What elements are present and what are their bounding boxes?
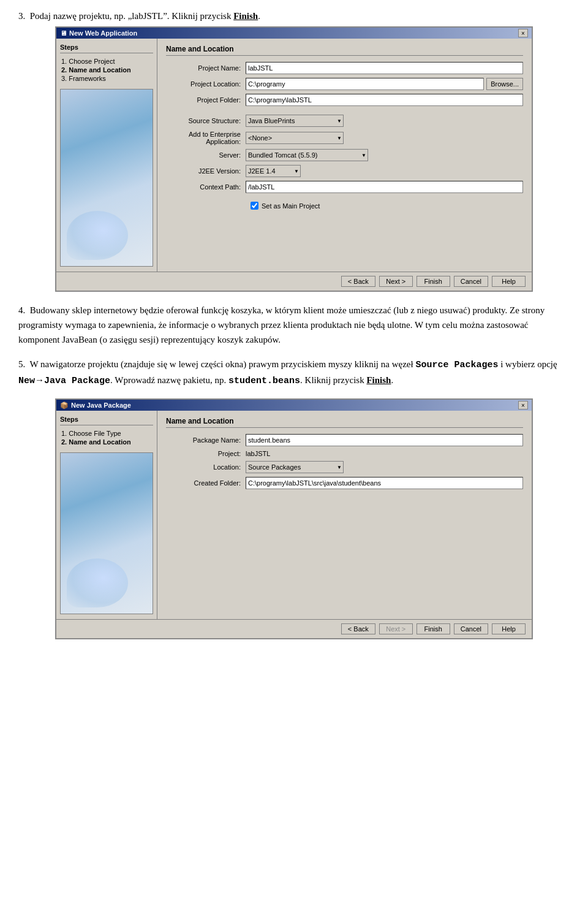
finish-button-2[interactable]: Finish [417, 623, 450, 634]
source-structure-dropdown[interactable]: Java BluePrints [246, 115, 344, 127]
dialog1-titlebar-left: 🖥 New Web Application [60, 29, 137, 37]
dialog2-step-item-2: 2. Name and Location [60, 438, 153, 446]
dialog1-title: New Web Application [69, 29, 137, 37]
dialog1-footer: < Back Next > Finish Cancel Help [56, 272, 532, 291]
enterprise-app-select[interactable]: <None> [246, 132, 344, 144]
package-name-input[interactable] [246, 434, 523, 446]
step-num-2: 2. [61, 66, 67, 74]
back-button-1[interactable]: < Back [341, 276, 375, 287]
step-label-1: Choose Project [69, 58, 115, 65]
dialog2-close-button[interactable]: × [518, 401, 528, 409]
d2-step-num-1: 1. [61, 430, 67, 437]
context-path-input[interactable] [246, 181, 523, 193]
page-content: 3. Podaj nazwę projektu, np. „labJSTL”. … [0, 0, 588, 663]
step5-finish-btn: Finish [366, 375, 391, 385]
dialog2-titlebar: 📦 New Java Package × [56, 400, 532, 411]
dialog2-step-item-1: 1. Choose File Type [60, 429, 153, 438]
step-item-3: 3. Frameworks [60, 74, 153, 83]
enterprise-app-row: Add to Enterprise Application: <None> [166, 131, 523, 145]
dialog1-close-button[interactable]: × [518, 29, 528, 37]
step-item-2: 2. Name and Location [60, 66, 153, 74]
dialog2-icon: 📦 [60, 402, 69, 409]
new-label: New [18, 376, 35, 386]
step5-paragraph: 5. W nawigatorze projektu (znajduje się … [18, 357, 570, 389]
step4-paragraph: 4. Budowany sklep internetowy będzie ofe… [18, 303, 570, 347]
set-main-project-checkbox[interactable] [251, 202, 258, 210]
location-row: Location: Source Packages [166, 461, 523, 473]
server-row: Server: Bundled Tomcat (5.5.9) [166, 149, 523, 161]
step-num-3: 3. [61, 75, 67, 82]
step5-text-after: . Wprowadź nazwę pakietu, np. [110, 375, 228, 385]
dialog2-sidebar: Steps 1. Choose File Type 2. Name and Lo… [56, 411, 157, 619]
new-web-application-dialog: 🖥 New Web Application × Steps 1. Choose … [55, 26, 533, 292]
created-folder-input[interactable] [246, 477, 523, 489]
dialog2-main: Name and Location Package Name: Project:… [157, 411, 532, 619]
enterprise-app-label: Add to Enterprise Application: [166, 131, 246, 145]
step5-text: 5. W nawigatorze projektu (znajduje się … [18, 357, 570, 389]
set-main-project-row: Set as Main Project [251, 202, 523, 210]
cancel-button-2[interactable]: Cancel [454, 623, 488, 634]
package-name-label-field: Package Name: [166, 436, 246, 444]
arrow-icon: → [35, 375, 44, 385]
project-location-group: Browse... [246, 78, 523, 90]
step5-text-after-source: i wybierz opcję [498, 359, 557, 369]
step3-text: 3. Podaj nazwę projektu, np. „labJSTL”. … [18, 11, 233, 21]
project-folder-input[interactable] [246, 94, 523, 106]
section-title-name-location: Name and Location [166, 45, 523, 56]
project-row: Project: labJSTL [166, 450, 523, 457]
step-num-1: 1. [61, 58, 67, 65]
location-select[interactable]: Source Packages [246, 461, 344, 473]
source-packages-label: Source Packages [415, 360, 498, 370]
step4-text: 4. Budowany sklep internetowy będzie ofe… [18, 303, 570, 347]
project-folder-label: Project Folder: [166, 96, 246, 104]
created-folder-row: Created Folder: [166, 477, 523, 489]
step5-text-before: 5. W nawigatorze projektu (znajduje się … [18, 359, 415, 369]
help-button-1[interactable]: Help [492, 276, 526, 287]
location-dropdown[interactable]: Source Packages [246, 461, 344, 473]
step-item-1: 1. Choose Project [60, 57, 153, 66]
location-label: Location: [166, 463, 246, 471]
java-package-label: Java Package [44, 376, 110, 386]
dialog1-sidebar: Steps 1. Choose Project 2. Name and Loca… [56, 39, 157, 272]
set-main-project-label: Set as Main Project [262, 202, 320, 210]
d2-step-label-1: Choose File Type [69, 430, 121, 437]
package-name-row: Package Name: [166, 434, 523, 446]
project-folder-row: Project Folder: [166, 94, 523, 106]
enterprise-app-dropdown[interactable]: <None> [246, 132, 344, 144]
next-button-1[interactable]: Next > [379, 276, 413, 287]
project-location-row: Project Location: Browse... [166, 78, 523, 90]
d2-step-label-2: Name and Location [69, 438, 130, 446]
project-location-input[interactable] [246, 78, 484, 90]
cancel-button-1[interactable]: Cancel [454, 276, 488, 287]
step5-text-end: . Kliknij przycisk [300, 375, 366, 385]
project-location-label: Project Location: [166, 80, 246, 88]
step3-heading: 3. Podaj nazwę projektu, np. „labJSTL”. … [18, 11, 570, 21]
context-path-label: Context Path: [166, 183, 246, 191]
project-label-field: Project: [166, 450, 246, 457]
dialog2-titlebar-left: 📦 New Java Package [60, 402, 131, 409]
dialog2-body: Steps 1. Choose File Type 2. Name and Lo… [56, 411, 532, 619]
server-dropdown[interactable]: Bundled Tomcat (5.5.9) [246, 149, 368, 161]
source-structure-select[interactable]: Java BluePrints [246, 115, 344, 127]
next-button-2[interactable]: Next > [379, 623, 413, 634]
dialog1-icon: 🖥 [60, 29, 67, 37]
steps-label: Steps [60, 44, 153, 53]
help-button-2[interactable]: Help [492, 623, 526, 634]
j2ee-version-label: J2EE Version: [166, 167, 246, 175]
finish-highlight: Finish [233, 11, 258, 21]
back-button-2[interactable]: < Back [341, 623, 375, 634]
step3-dot: . [258, 11, 260, 21]
server-select[interactable]: Bundled Tomcat (5.5.9) [246, 149, 368, 161]
sidebar-image [60, 89, 153, 267]
j2ee-version-select[interactable]: J2EE 1.4 [246, 165, 301, 177]
j2ee-version-dropdown[interactable]: J2EE 1.4 [246, 165, 301, 177]
new-java-package-dialog: 📦 New Java Package × Steps 1. Choose Fil… [55, 398, 533, 639]
project-name-input[interactable] [246, 62, 523, 74]
browse-button[interactable]: Browse... [486, 78, 523, 90]
finish-button-1[interactable]: Finish [417, 276, 450, 287]
step-label-2: Name and Location [69, 66, 130, 74]
server-label: Server: [166, 151, 246, 159]
project-name-label: Project Name: [166, 64, 246, 72]
dialog2-title: New Java Package [71, 402, 131, 409]
source-structure-label: Source Structure: [166, 117, 246, 124]
